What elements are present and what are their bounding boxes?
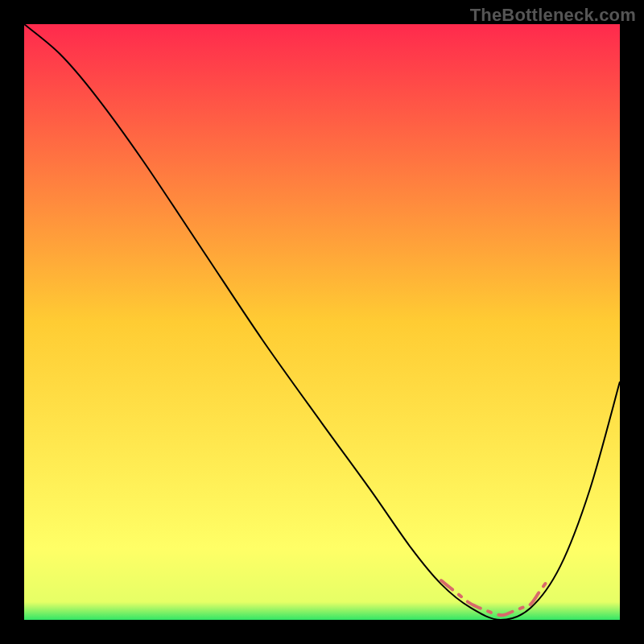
chart-frame: TheBottleneck.com — [0, 0, 644, 644]
gradient-background — [24, 24, 620, 620]
watermark-text: TheBottleneck.com — [470, 5, 636, 26]
chart-svg — [24, 24, 620, 620]
plot-area — [24, 24, 620, 620]
